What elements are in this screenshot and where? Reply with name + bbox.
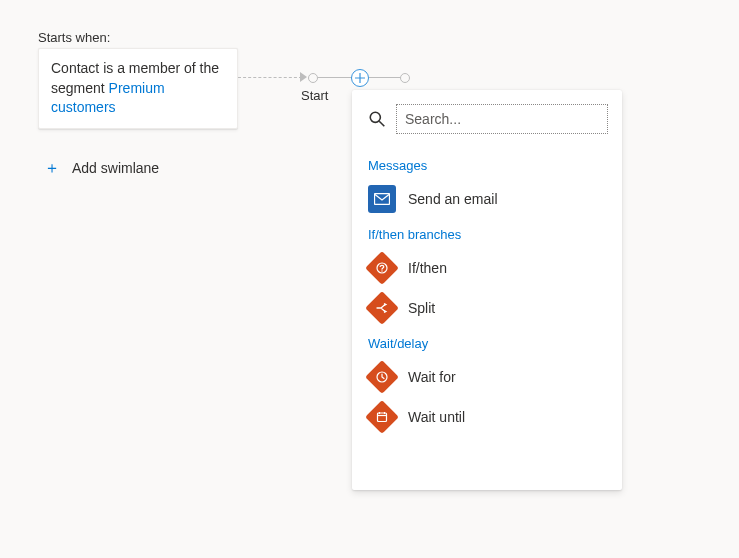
action-label: Wait for <box>408 369 456 385</box>
arrow-head-icon <box>300 72 307 82</box>
search-row <box>352 104 622 144</box>
action-label: If/then <box>408 260 447 276</box>
group-heading-messages: Messages <box>352 150 622 179</box>
start-node[interactable] <box>308 73 318 83</box>
group-heading-wait: Wait/delay <box>352 328 622 357</box>
add-swimlane-label: Add swimlane <box>72 160 159 176</box>
group-heading-branches: If/then branches <box>352 219 622 248</box>
action-list[interactable]: Messages Send an email If/then branches … <box>352 144 622 482</box>
search-input[interactable] <box>396 104 608 134</box>
question-icon <box>368 254 396 282</box>
end-node[interactable] <box>400 73 410 83</box>
action-wait-for[interactable]: Wait for <box>352 357 622 397</box>
action-wait-until[interactable]: Wait until <box>352 397 622 437</box>
mail-icon <box>368 185 396 213</box>
svg-line-1 <box>379 121 384 126</box>
trigger-card[interactable]: Contact is a member of the segment Premi… <box>38 48 238 129</box>
flow-connector <box>238 74 412 82</box>
svg-point-4 <box>381 270 382 271</box>
search-icon <box>366 110 388 128</box>
svg-rect-6 <box>378 413 387 422</box>
dashed-connector <box>238 77 302 78</box>
action-picker-popup: Messages Send an email If/then branches … <box>352 90 622 490</box>
action-if-then[interactable]: If/then <box>352 248 622 288</box>
connector-segment <box>369 77 401 78</box>
connector-segment <box>318 77 354 78</box>
svg-point-0 <box>370 112 380 122</box>
action-split[interactable]: Split <box>352 288 622 328</box>
plus-icon: ＋ <box>44 160 60 176</box>
add-swimlane-button[interactable]: ＋ Add swimlane <box>44 160 159 176</box>
action-label: Send an email <box>408 191 498 207</box>
action-label: Split <box>408 300 435 316</box>
start-node-label: Start <box>301 88 328 103</box>
plus-icon <box>355 73 365 83</box>
clock-icon <box>368 363 396 391</box>
split-icon <box>368 294 396 322</box>
add-step-button[interactable] <box>351 69 369 87</box>
action-send-email[interactable]: Send an email <box>352 179 622 219</box>
starts-when-label: Starts when: <box>38 30 110 45</box>
action-label: Wait until <box>408 409 465 425</box>
calendar-icon <box>368 403 396 431</box>
